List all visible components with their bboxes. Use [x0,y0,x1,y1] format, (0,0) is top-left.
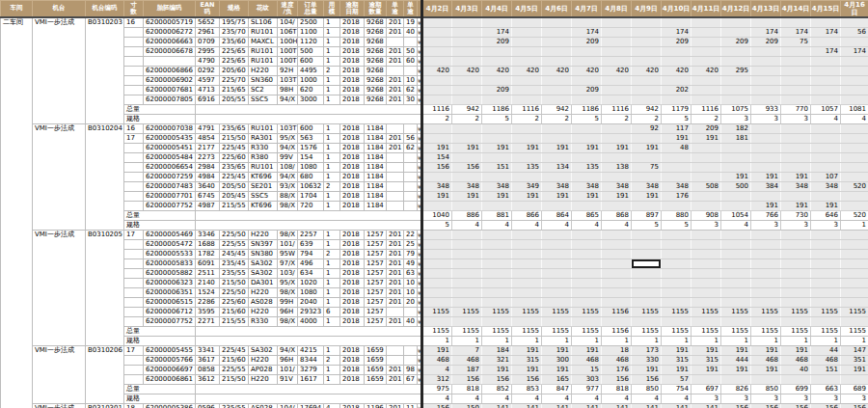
cell-ean[interactable]: 2995 [196,47,220,57]
spec-row-value[interactable]: 1 [841,221,868,231]
spec-row-value[interactable]: 4 [452,394,482,404]
cell-unit1[interactable]: 201 [387,240,404,250]
cell-unit1[interactable] [387,38,404,47]
cell-speed[interactable]: 101/ [278,240,298,250]
daily-cell[interactable]: 1155 [542,308,572,317]
daily-cell[interactable] [422,250,452,259]
daily-cell[interactable]: 156 [512,375,542,385]
daily-cell[interactable]: 141 [632,404,662,408]
daily-cell[interactable] [512,231,542,240]
cell-ean[interactable]: 3617 [196,356,220,366]
cell-pattern[interactable]: H220 [249,308,278,317]
cell-speed[interactable]: 103T [278,76,298,86]
col-header-2[interactable]: 机台编码 [86,1,124,18]
cell-tire_code[interactable]: 62000005719 [144,17,196,28]
daily-cell[interactable] [811,67,841,76]
daily-cell[interactable] [632,173,662,182]
daily-cell[interactable] [632,279,662,288]
cell-spec[interactable]: 215/60 [220,356,249,366]
total-row-value[interactable]: 818 [452,385,482,394]
total-row-value[interactable]: 520 [841,211,868,221]
daily-cell[interactable]: 107 [811,173,841,182]
total-row-value[interactable]: 1081 [841,105,868,115]
cell-speed[interactable]: 93/X [278,182,298,192]
cell-unit2[interactable]: 40 [404,317,418,327]
daily-cell[interactable] [632,298,662,308]
daily-cell[interactable] [512,76,542,86]
daily-cell[interactable]: 303 [572,375,602,385]
daily-cell[interactable] [452,28,482,38]
cell-molds[interactable]: 1 [324,192,340,202]
spec-row-value[interactable]: 4 [572,221,602,231]
daily-cell[interactable] [751,95,781,105]
cell-pattern[interactable]: H220 [249,288,278,298]
daily-cell[interactable]: 75 [632,163,662,173]
spec-row-value[interactable]: 4 [482,221,512,231]
total-row-value[interactable]: 1155 [422,327,452,337]
cell-overdue_date[interactable]: 2018 [340,134,365,144]
daily-cell[interactable] [602,124,632,134]
cell-overdue_date[interactable]: 2018 [340,298,365,308]
cell-spec[interactable]: 225/60 [220,153,249,163]
daily-cell[interactable] [721,298,751,308]
daily-cell[interactable]: 1155 [811,308,841,317]
daily-cell[interactable] [662,47,692,57]
cell-inch[interactable] [124,250,144,259]
spec-row-value[interactable]: 4 [422,394,452,404]
daily-cell[interactable] [482,279,512,288]
daily-cell[interactable] [422,124,452,134]
spec-row-value[interactable]: 4 [841,115,868,124]
daily-cell[interactable] [721,144,751,153]
daily-cell[interactable] [841,259,868,269]
daily-cell[interactable] [452,231,482,240]
cell-unit2[interactable]: 40 [404,28,418,38]
daily-cell[interactable] [572,153,602,163]
cell-overdue_qty[interactable]: 9268 [365,17,387,28]
cell-order_qty[interactable]: 1576 [298,144,324,153]
cell-speed[interactable]: 106T [278,28,298,38]
cell-inch[interactable] [124,95,144,105]
daily-cell[interactable] [542,298,572,308]
daily-cell[interactable]: 209 [692,124,721,134]
daily-cell[interactable] [422,17,452,28]
cell-spec[interactable]: 235/55 [220,269,249,279]
daily-cell[interactable] [542,28,572,38]
cell-speed[interactable]: 95/X [278,134,298,144]
cell-overdue_qty[interactable]: 9268 [365,95,387,105]
date-header-4月2日[interactable]: 4月2日 [422,1,452,18]
daily-cell[interactable] [542,76,572,86]
daily-cell[interactable] [721,317,751,327]
total-row-value[interactable]: 1116 [422,105,452,115]
daily-cell[interactable]: 1155 [572,308,602,317]
cell-inch[interactable]: 18 [124,404,144,408]
spec-row-value[interactable]: 1 [841,337,868,346]
cell-pattern[interactable]: MAXCL [249,38,278,47]
daily-cell[interactable]: 468 [781,356,811,366]
daily-cell[interactable] [841,144,868,153]
daily-cell[interactable] [572,259,602,269]
machine-cell[interactable]: VMI一步法成 [33,404,86,408]
cell-unit2[interactable] [404,173,418,182]
daily-cell[interactable]: 92 [632,124,662,134]
daily-cell[interactable] [751,86,781,95]
cell-unit1[interactable] [387,124,404,134]
daily-cell[interactable]: 351 [841,356,868,366]
daily-cell[interactable]: 191 [632,144,662,153]
spec-row-value[interactable]: 2 [602,115,632,124]
col-header-5[interactable]: EAN码 [196,1,220,18]
daily-cell[interactable] [572,317,602,327]
daily-cell[interactable]: 321 [482,356,512,366]
daily-cell[interactable] [422,76,452,86]
cell-inch[interactable] [124,163,144,173]
cell-tire_code[interactable]: 62000005766 [144,356,196,366]
cell-overdue_qty[interactable]: 1257 [365,240,387,250]
daily-cell[interactable] [542,317,572,327]
daily-cell[interactable]: 191 [422,192,452,202]
cell-overdue_qty[interactable]: 1257 [365,298,387,308]
daily-cell[interactable]: 141 [692,404,721,408]
daily-cell[interactable] [632,47,662,57]
cell-overdue_date[interactable]: 2018 [340,269,365,279]
cell-unit2[interactable]: 50 [404,47,418,57]
cell-unit2[interactable]: 11 [404,404,418,408]
daily-cell[interactable] [751,250,781,259]
